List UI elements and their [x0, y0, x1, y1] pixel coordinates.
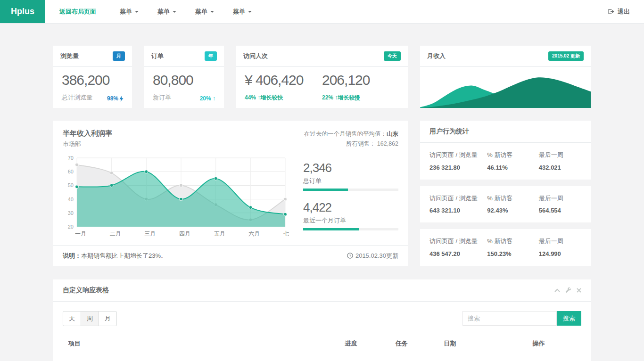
- month-orders-progress: [303, 228, 398, 230]
- user-stats-row: 访问页面 / 浏览量436 547.20 % 新访客150.23% 最后一周12…: [420, 229, 591, 266]
- svg-text:六月: 六月: [248, 230, 260, 237]
- stat-label: 新订单: [153, 93, 171, 102]
- stat-note-slow: 22% ↑增长较慢: [322, 94, 399, 102]
- stat-value-visits: 206,120: [322, 73, 399, 87]
- back-to-layout-link[interactable]: 返回布局页面: [48, 0, 107, 23]
- range-button-week[interactable]: 周: [81, 311, 99, 326]
- stat-cards-row: 浏览量 月 386,200 总计浏览量 98% 订单 年 80,800 新订单: [53, 46, 591, 108]
- stat-value: 80,800: [153, 73, 215, 87]
- stat-card-income: 月收入 2015.02 更新: [420, 46, 591, 108]
- period-badge: 今天: [384, 51, 401, 61]
- caret-down-icon: [210, 11, 214, 13]
- collapse-icon[interactable]: [554, 288, 560, 292]
- svg-text:一月: 一月: [75, 230, 86, 237]
- summary-prefix: 在过去的一个月销售的平均值：: [304, 131, 387, 137]
- range-button-month[interactable]: 月: [99, 311, 117, 326]
- summary-label: 所有销售：: [346, 140, 376, 147]
- middle-row: 半年收入利润率 市场部 在过去的一个月销售的平均值：山东 所有销售： 162,8…: [53, 121, 591, 266]
- caret-down-icon: [135, 11, 139, 13]
- user-stats-card: 用户行为统计 访问页面 / 浏览量236 321.80 % 新访客46.11% …: [420, 121, 591, 266]
- svg-text:50: 50: [68, 182, 74, 188]
- table-header-progress: 进度: [345, 339, 396, 348]
- search-input[interactable]: [462, 311, 557, 326]
- wrench-icon[interactable]: [565, 287, 571, 293]
- nav-menu-label: 菜单: [157, 8, 170, 16]
- stat-value: 564.554: [539, 207, 581, 214]
- stat-value: 92.43%: [487, 207, 538, 214]
- caret-down-icon: [248, 11, 252, 13]
- table-card: 自定义响应表格 天 周 月 搜索 项目 进度: [53, 279, 591, 361]
- nav-menu-2[interactable]: 菜单: [151, 0, 183, 23]
- close-icon[interactable]: [577, 288, 581, 293]
- stat-value: 124.990: [539, 250, 581, 257]
- nav-menu-4[interactable]: 菜单: [226, 0, 258, 23]
- nav-menu-1[interactable]: 菜单: [113, 0, 145, 23]
- table-header-task: 任务: [396, 339, 444, 348]
- clock-icon: [347, 253, 353, 259]
- svg-text:30: 30: [68, 210, 74, 215]
- stat-label: % 新访客: [487, 194, 538, 203]
- page-container: 浏览量 月 386,200 总计浏览量 98% 订单 年 80,800 新订单: [53, 24, 591, 361]
- table-header-project: 项目: [68, 339, 345, 348]
- total-orders-label: 总订单: [303, 177, 398, 185]
- search-button[interactable]: 搜索: [557, 311, 581, 326]
- month-orders-label: 最近一个月订单: [303, 216, 398, 225]
- period-badge: 年: [205, 51, 217, 61]
- stat-value: 46.11%: [487, 164, 538, 171]
- stat-card-visits: 访问人次 今天 ¥ 406,420 44% ↑增长较快 206,120 22% …: [236, 46, 408, 108]
- profit-chart: 203040506070一月二月三月四月五月六月七月: [63, 154, 289, 239]
- order-stats: 2,346 总订单 4,422 最近一个月订单: [303, 154, 398, 240]
- total-orders-value: 2,346: [303, 161, 398, 175]
- stat-note-fast: 44% ↑增长较快: [245, 94, 322, 102]
- profit-card: 半年收入利润率 市场部 在过去的一个月销售的平均值：山东 所有销售： 162,8…: [53, 121, 408, 266]
- income-chart: [420, 67, 591, 108]
- stat-label: 访问页面 / 浏览量: [429, 194, 487, 203]
- stat-label: % 新访客: [487, 150, 538, 160]
- stat-card-views: 浏览量 月 386,200 总计浏览量 98%: [53, 46, 132, 108]
- profit-footer-note: 说明：本期销售额比上期增长了23%。: [63, 252, 167, 260]
- svg-text:60: 60: [68, 169, 74, 174]
- profit-updated: 2015.02.30更新: [347, 252, 398, 260]
- total-orders-progress: [303, 189, 398, 191]
- stat-extra-value: 98%: [107, 95, 118, 102]
- stat-card-orders: 订单 年 80,800 新订单 20% ↑: [144, 46, 224, 108]
- nav-menu-label: 菜单: [120, 8, 132, 16]
- main-nav: 返回布局页面 菜单 菜单 菜单 菜单: [45, 0, 261, 23]
- brand-logo[interactable]: Hplus: [0, 0, 45, 23]
- stat-label: 最后一周: [539, 237, 581, 246]
- ibox-tools: [554, 287, 581, 293]
- svg-text:四月: 四月: [179, 230, 190, 237]
- table-header-date: 日期: [444, 339, 532, 348]
- user-stats-title: 用户行为统计: [420, 121, 591, 143]
- user-stats-row: 访问页面 / 浏览量643 321.10 % 新访客92.43% 最后一周564…: [420, 186, 591, 223]
- profit-title: 半年收入利润率: [63, 129, 112, 138]
- svg-text:70: 70: [68, 155, 74, 161]
- stat-extra-value: 20% ↑: [200, 95, 215, 102]
- nav-menu-label: 菜单: [195, 8, 207, 16]
- stat-value: 436 547.20: [429, 250, 487, 257]
- range-button-day[interactable]: 天: [63, 311, 81, 326]
- stat-label: 访问页面 / 浏览量: [429, 150, 487, 160]
- updated-text: 2015.02.30更新: [355, 252, 398, 260]
- stat-label: 最后一周: [539, 194, 581, 203]
- month-orders-value: 4,422: [303, 200, 398, 215]
- updated-badge: 2015.02 更新: [548, 51, 584, 61]
- stat-label: 访问页面 / 浏览量: [429, 237, 487, 246]
- svg-text:三月: 三月: [144, 230, 156, 237]
- svg-text:20: 20: [68, 224, 74, 230]
- footer-note-label: 说明：: [63, 252, 81, 259]
- svg-text:二月: 二月: [110, 230, 121, 237]
- card-title: 月收入: [427, 52, 446, 60]
- svg-text:40: 40: [68, 196, 74, 202]
- stat-value: 150.23%: [487, 250, 538, 257]
- logout-button[interactable]: 退出: [607, 0, 644, 23]
- table-search: 搜索: [462, 311, 581, 326]
- svg-text:七月: 七月: [283, 230, 289, 237]
- card-title: 订单: [151, 52, 164, 60]
- table-header-action: 操作: [533, 339, 576, 348]
- nav-menu-3[interactable]: 菜单: [189, 0, 221, 23]
- profit-summary: 在过去的一个月销售的平均值：山东 所有销售： 162,862: [304, 129, 398, 149]
- logout-icon: [607, 8, 614, 15]
- card-title: 访问人次: [243, 52, 268, 60]
- stat-value: 386,200: [62, 73, 124, 87]
